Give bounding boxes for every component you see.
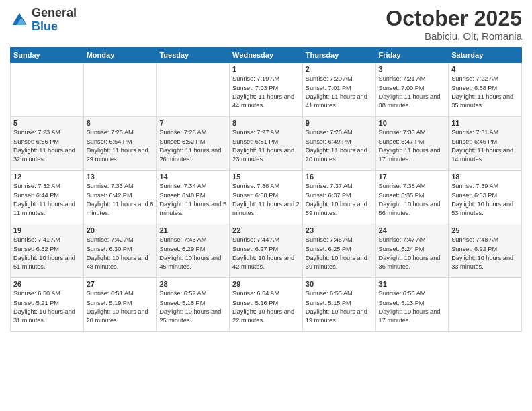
day-info: Sunrise: 6:50 AM Sunset: 5:21 PM Dayligh… bbox=[13, 289, 81, 325]
col-thursday: Thursday bbox=[302, 48, 375, 63]
day-number: 3 bbox=[379, 65, 446, 73]
day-number: 23 bbox=[306, 226, 373, 234]
location-subtitle: Babiciu, Olt, Romania bbox=[386, 30, 522, 42]
day-info: Sunrise: 6:52 AM Sunset: 5:18 PM Dayligh… bbox=[159, 289, 226, 325]
day-number: 28 bbox=[159, 280, 226, 288]
calendar-cell: 14Sunrise: 7:34 AM Sunset: 6:40 PM Dayli… bbox=[157, 171, 230, 224]
day-info: Sunrise: 7:46 AM Sunset: 6:25 PM Dayligh… bbox=[306, 236, 373, 271]
day-number: 7 bbox=[159, 119, 226, 127]
calendar-cell: 4Sunrise: 7:22 AM Sunset: 6:58 PM Daylig… bbox=[449, 63, 522, 117]
calendar-cell: 21Sunrise: 7:43 AM Sunset: 6:29 PM Dayli… bbox=[157, 224, 230, 278]
calendar-week-row: 5Sunrise: 7:23 AM Sunset: 6:56 PM Daylig… bbox=[11, 117, 522, 171]
day-number: 24 bbox=[379, 226, 446, 234]
day-info: Sunrise: 7:27 AM Sunset: 6:51 PM Dayligh… bbox=[232, 128, 300, 164]
day-number: 15 bbox=[232, 173, 300, 181]
calendar-week-row: 19Sunrise: 7:41 AM Sunset: 6:32 PM Dayli… bbox=[11, 224, 522, 278]
day-number: 30 bbox=[306, 280, 373, 288]
day-number: 20 bbox=[87, 226, 154, 234]
calendar-cell: 19Sunrise: 7:41 AM Sunset: 6:32 PM Dayli… bbox=[11, 224, 84, 278]
day-number: 6 bbox=[87, 119, 154, 127]
day-info: Sunrise: 7:43 AM Sunset: 6:29 PM Dayligh… bbox=[159, 236, 226, 271]
day-number: 1 bbox=[232, 65, 300, 73]
calendar-cell: 12Sunrise: 7:32 AM Sunset: 6:44 PM Dayli… bbox=[11, 171, 84, 224]
calendar-cell: 5Sunrise: 7:23 AM Sunset: 6:56 PM Daylig… bbox=[11, 117, 84, 171]
day-info: Sunrise: 7:36 AM Sunset: 6:38 PM Dayligh… bbox=[232, 182, 300, 218]
calendar-cell bbox=[83, 63, 157, 117]
calendar-cell: 23Sunrise: 7:46 AM Sunset: 6:25 PM Dayli… bbox=[302, 224, 375, 278]
title-block: October 2025 Babiciu, Olt, Romania bbox=[386, 7, 522, 42]
day-info: Sunrise: 7:33 AM Sunset: 6:42 PM Dayligh… bbox=[87, 182, 154, 218]
day-info: Sunrise: 7:41 AM Sunset: 6:32 PM Dayligh… bbox=[13, 236, 81, 271]
calendar-cell: 20Sunrise: 7:42 AM Sunset: 6:30 PM Dayli… bbox=[83, 224, 157, 278]
day-info: Sunrise: 7:19 AM Sunset: 7:03 PM Dayligh… bbox=[232, 75, 300, 110]
calendar-cell: 2Sunrise: 7:20 AM Sunset: 7:01 PM Daylig… bbox=[302, 63, 375, 117]
calendar-cell: 8Sunrise: 7:27 AM Sunset: 6:51 PM Daylig… bbox=[230, 117, 303, 171]
col-monday: Monday bbox=[83, 48, 157, 63]
day-number: 9 bbox=[306, 119, 373, 127]
day-number: 22 bbox=[232, 226, 300, 234]
day-number: 10 bbox=[379, 119, 446, 127]
day-number: 27 bbox=[87, 280, 154, 288]
col-saturday: Saturday bbox=[449, 48, 522, 63]
day-number: 21 bbox=[159, 226, 226, 234]
calendar-cell: 1Sunrise: 7:19 AM Sunset: 7:03 PM Daylig… bbox=[230, 63, 303, 117]
day-number: 12 bbox=[13, 173, 81, 181]
day-info: Sunrise: 7:23 AM Sunset: 6:56 PM Dayligh… bbox=[13, 128, 81, 164]
calendar-cell: 29Sunrise: 6:54 AM Sunset: 5:16 PM Dayli… bbox=[230, 278, 303, 332]
calendar-cell: 6Sunrise: 7:25 AM Sunset: 6:54 PM Daylig… bbox=[83, 117, 157, 171]
calendar-cell: 28Sunrise: 6:52 AM Sunset: 5:18 PM Dayli… bbox=[157, 278, 230, 332]
logo-icon bbox=[10, 11, 29, 30]
day-info: Sunrise: 7:30 AM Sunset: 6:47 PM Dayligh… bbox=[379, 128, 446, 164]
day-info: Sunrise: 7:34 AM Sunset: 6:40 PM Dayligh… bbox=[159, 182, 226, 218]
day-number: 25 bbox=[451, 226, 519, 234]
day-info: Sunrise: 6:55 AM Sunset: 5:15 PM Dayligh… bbox=[306, 289, 373, 325]
logo: General Blue bbox=[10, 7, 77, 34]
day-info: Sunrise: 7:32 AM Sunset: 6:44 PM Dayligh… bbox=[13, 182, 81, 218]
day-info: Sunrise: 6:51 AM Sunset: 5:19 PM Dayligh… bbox=[87, 289, 154, 325]
calendar-week-row: 1Sunrise: 7:19 AM Sunset: 7:03 PM Daylig… bbox=[11, 63, 522, 117]
day-info: Sunrise: 7:39 AM Sunset: 6:33 PM Dayligh… bbox=[451, 182, 519, 218]
day-number: 26 bbox=[13, 280, 81, 288]
day-info: Sunrise: 7:22 AM Sunset: 6:58 PM Dayligh… bbox=[451, 75, 519, 110]
day-info: Sunrise: 7:42 AM Sunset: 6:30 PM Dayligh… bbox=[87, 236, 154, 271]
calendar-cell: 22Sunrise: 7:44 AM Sunset: 6:27 PM Dayli… bbox=[230, 224, 303, 278]
day-info: Sunrise: 7:20 AM Sunset: 7:01 PM Dayligh… bbox=[306, 75, 373, 110]
calendar-cell: 25Sunrise: 7:48 AM Sunset: 6:22 PM Dayli… bbox=[449, 224, 522, 278]
day-info: Sunrise: 7:26 AM Sunset: 6:52 PM Dayligh… bbox=[159, 128, 226, 164]
calendar-header-row: Sunday Monday Tuesday Wednesday Thursday… bbox=[11, 48, 522, 63]
day-number: 13 bbox=[87, 173, 154, 181]
logo-general: General bbox=[32, 7, 77, 20]
col-wednesday: Wednesday bbox=[230, 48, 303, 63]
col-tuesday: Tuesday bbox=[157, 48, 230, 63]
day-info: Sunrise: 7:48 AM Sunset: 6:22 PM Dayligh… bbox=[451, 236, 519, 271]
day-info: Sunrise: 6:54 AM Sunset: 5:16 PM Dayligh… bbox=[232, 289, 300, 325]
calendar-cell: 10Sunrise: 7:30 AM Sunset: 6:47 PM Dayli… bbox=[375, 117, 449, 171]
calendar-cell: 11Sunrise: 7:31 AM Sunset: 6:45 PM Dayli… bbox=[449, 117, 522, 171]
day-number: 14 bbox=[159, 173, 226, 181]
day-info: Sunrise: 7:47 AM Sunset: 6:24 PM Dayligh… bbox=[379, 236, 446, 271]
calendar-cell: 17Sunrise: 7:38 AM Sunset: 6:35 PM Dayli… bbox=[375, 171, 449, 224]
day-info: Sunrise: 7:21 AM Sunset: 7:00 PM Dayligh… bbox=[379, 75, 446, 110]
logo-text: General Blue bbox=[32, 7, 77, 34]
calendar-cell: 15Sunrise: 7:36 AM Sunset: 6:38 PM Dayli… bbox=[230, 171, 303, 224]
day-number: 11 bbox=[451, 119, 519, 127]
day-info: Sunrise: 7:37 AM Sunset: 6:37 PM Dayligh… bbox=[306, 182, 373, 218]
day-number: 29 bbox=[232, 280, 300, 288]
calendar-cell bbox=[157, 63, 230, 117]
day-info: Sunrise: 6:56 AM Sunset: 5:13 PM Dayligh… bbox=[379, 289, 446, 325]
calendar-cell bbox=[449, 278, 522, 332]
calendar-cell: 24Sunrise: 7:47 AM Sunset: 6:24 PM Dayli… bbox=[375, 224, 449, 278]
calendar-cell bbox=[11, 63, 84, 117]
day-info: Sunrise: 7:28 AM Sunset: 6:49 PM Dayligh… bbox=[306, 128, 373, 164]
calendar-cell: 9Sunrise: 7:28 AM Sunset: 6:49 PM Daylig… bbox=[302, 117, 375, 171]
day-number: 31 bbox=[379, 280, 446, 288]
logo-blue: Blue bbox=[32, 20, 77, 34]
header: General Blue October 2025 Babiciu, Olt, … bbox=[10, 7, 522, 42]
calendar-cell: 16Sunrise: 7:37 AM Sunset: 6:37 PM Dayli… bbox=[302, 171, 375, 224]
calendar-cell: 13Sunrise: 7:33 AM Sunset: 6:42 PM Dayli… bbox=[83, 171, 157, 224]
day-number: 8 bbox=[232, 119, 300, 127]
day-number: 16 bbox=[306, 173, 373, 181]
day-info: Sunrise: 7:44 AM Sunset: 6:27 PM Dayligh… bbox=[232, 236, 300, 271]
calendar-week-row: 26Sunrise: 6:50 AM Sunset: 5:21 PM Dayli… bbox=[11, 278, 522, 332]
day-info: Sunrise: 7:25 AM Sunset: 6:54 PM Dayligh… bbox=[87, 128, 154, 164]
